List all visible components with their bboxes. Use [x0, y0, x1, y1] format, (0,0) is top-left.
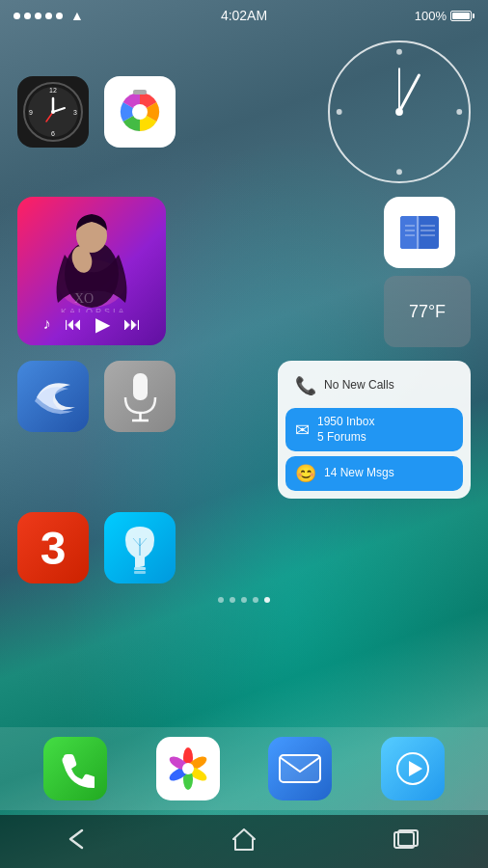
- app-row-3: 📞 No New Calls ✉ 1950 Inbox 5 Forums 😊 1…: [17, 361, 471, 499]
- swift-icon: [27, 370, 80, 423]
- battery-area: 100%: [415, 9, 474, 23]
- svg-point-19: [395, 108, 403, 116]
- page-dot-2[interactable]: [230, 597, 235, 603]
- page-dot-4[interactable]: [253, 597, 258, 603]
- prev-track-icon[interactable]: ⏮: [65, 314, 82, 335]
- svg-text:9: 9: [29, 109, 33, 116]
- camera-app-icon[interactable]: [104, 76, 176, 148]
- svg-rect-35: [133, 373, 148, 400]
- bulb-app-icon[interactable]: [104, 512, 176, 583]
- back-button[interactable]: [49, 821, 115, 863]
- camera-color-wheel-icon: [115, 87, 165, 137]
- svg-rect-39: [134, 571, 146, 574]
- calls-notif-text: No New Calls: [324, 378, 394, 393]
- signal-dot-3: [35, 13, 41, 19]
- book-icon: [395, 208, 444, 257]
- mail-forums-text: 5 Forums: [317, 430, 374, 446]
- signal-dot-4: [45, 13, 52, 19]
- battery-percent: 100%: [415, 9, 447, 23]
- next-track-icon[interactable]: ⏭: [123, 314, 141, 335]
- mail-dock-icon[interactable]: [268, 737, 332, 800]
- right-col-row2: 77°F: [384, 197, 471, 347]
- svg-rect-27: [400, 216, 420, 249]
- play-dock-icon[interactable]: [381, 737, 445, 800]
- play-icon: [393, 749, 432, 788]
- home-grid: 12 3 6 9: [0, 31, 488, 626]
- clock-app-icon[interactable]: 12 3 6 9: [17, 76, 89, 148]
- mail-notification[interactable]: ✉ 1950 Inbox 5 Forums: [285, 408, 463, 451]
- music-player-widget[interactable]: XO KALOPSIA ♪ ⏮ ▶ ⏭: [17, 197, 166, 345]
- home-button[interactable]: [212, 820, 276, 864]
- book-app-icon[interactable]: [384, 197, 455, 268]
- phone-icon: [56, 749, 95, 788]
- signal-dot-2: [24, 13, 31, 19]
- msg-notif-icon: 😊: [295, 463, 316, 484]
- weather-temp: 77°F: [409, 302, 446, 322]
- svg-text:6: 6: [51, 130, 55, 137]
- svg-point-16: [456, 109, 462, 115]
- page-dot-1[interactable]: [218, 597, 224, 603]
- calls-notification[interactable]: 📞 No New Calls: [285, 368, 463, 403]
- analog-clock-widget: [328, 41, 471, 183]
- status-bar: ▲ 4:02AM 100%: [0, 0, 488, 31]
- weather-widget[interactable]: 77°F: [384, 276, 471, 347]
- microphone-icon: [119, 370, 162, 423]
- svg-marker-53: [409, 761, 422, 776]
- svg-point-13: [396, 49, 402, 55]
- svg-rect-38: [134, 567, 146, 570]
- page-dot-3[interactable]: [241, 597, 247, 603]
- number3-label: 3: [41, 522, 67, 575]
- app-row-1: 12 3 6 9: [17, 41, 471, 183]
- phone-dock-icon[interactable]: [43, 737, 107, 800]
- status-time: 4:02AM: [221, 8, 267, 23]
- svg-text:XO: XO: [74, 291, 94, 306]
- recent-apps-button[interactable]: [373, 821, 439, 863]
- nav-bar: [0, 815, 488, 868]
- music-art: XO KALOPSIA: [27, 206, 156, 312]
- svg-point-11: [132, 104, 148, 120]
- swift-browser-icon[interactable]: [17, 361, 89, 432]
- svg-line-17: [399, 75, 419, 112]
- svg-point-15: [337, 109, 342, 115]
- mail-notif-icon: ✉: [295, 420, 310, 441]
- microphone-app-icon[interactable]: [104, 361, 176, 432]
- svg-point-9: [51, 110, 55, 114]
- mail-icon: [278, 753, 322, 784]
- photos-dock-icon[interactable]: [156, 737, 220, 800]
- music-note-icon: ♪: [43, 315, 51, 333]
- svg-text:3: 3: [73, 109, 77, 116]
- notification-widget: 📞 No New Calls ✉ 1950 Inbox 5 Forums 😊 1…: [278, 361, 471, 499]
- page-indicator: [17, 597, 471, 603]
- app-row-4: 3: [17, 512, 471, 583]
- svg-text:12: 12: [49, 87, 57, 94]
- signal-dot-1: [14, 13, 20, 19]
- page-dot-5[interactable]: [264, 597, 270, 603]
- app-row-2: XO KALOPSIA ♪ ⏮ ▶ ⏭: [17, 197, 471, 347]
- photos-icon: [164, 745, 212, 793]
- messages-notification[interactable]: 😊 14 New Msgs: [285, 456, 463, 491]
- msg-notif-text: 14 New Msgs: [324, 466, 394, 481]
- svg-point-49: [182, 763, 194, 774]
- svg-point-14: [396, 169, 402, 175]
- wifi-icon: ▲: [70, 8, 84, 23]
- phone-notif-icon: 📞: [295, 375, 316, 396]
- svg-rect-51: [280, 755, 320, 782]
- mail-inbox-text: 1950 Inbox: [317, 415, 374, 430]
- battery-icon: [450, 11, 474, 21]
- svg-rect-12: [133, 90, 147, 95]
- music-controls[interactable]: ♪ ⏮ ▶ ⏭: [43, 312, 141, 336]
- signal-dot-5: [56, 13, 63, 19]
- number3-app-icon[interactable]: 3: [17, 512, 89, 583]
- signal-area: ▲: [14, 8, 84, 23]
- mail-notif-text-block: 1950 Inbox 5 Forums: [317, 415, 374, 445]
- dock: [0, 727, 488, 810]
- bulb-icon: [116, 519, 164, 577]
- music-artwork: XO KALOPSIA: [34, 206, 149, 312]
- play-icon[interactable]: ▶: [95, 312, 110, 336]
